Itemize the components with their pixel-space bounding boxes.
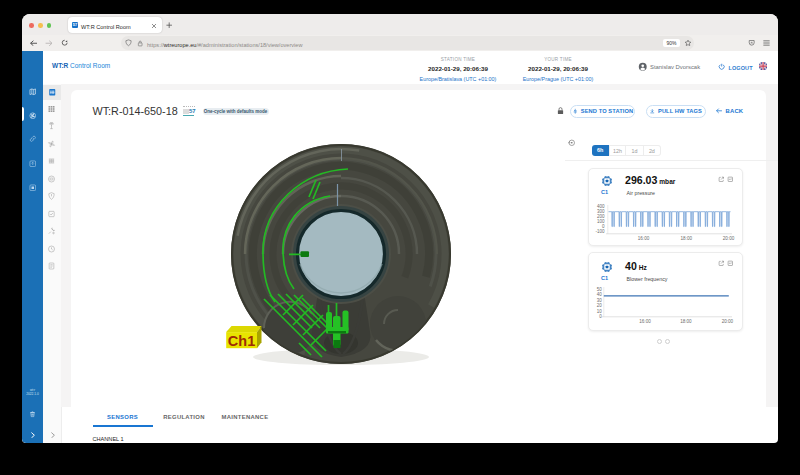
svg-text:10: 10 <box>597 309 603 314</box>
svg-text:20:00: 20:00 <box>722 319 734 324</box>
svg-text:40: 40 <box>597 292 603 297</box>
svg-text:18:00: 18:00 <box>680 319 692 324</box>
svg-text:16:00: 16:00 <box>638 236 650 241</box>
svg-text:Ch1: Ch1 <box>228 333 255 349</box>
svg-text:0: 0 <box>599 314 602 319</box>
svg-text:30: 30 <box>597 298 603 303</box>
svg-text:-100: -100 <box>595 229 605 234</box>
svg-text:20: 20 <box>597 303 603 308</box>
svg-text:18:00: 18:00 <box>681 236 693 241</box>
svg-text:20:00: 20:00 <box>723 236 735 241</box>
svg-text:50: 50 <box>597 287 603 292</box>
svg-text:16:00: 16:00 <box>639 319 651 324</box>
